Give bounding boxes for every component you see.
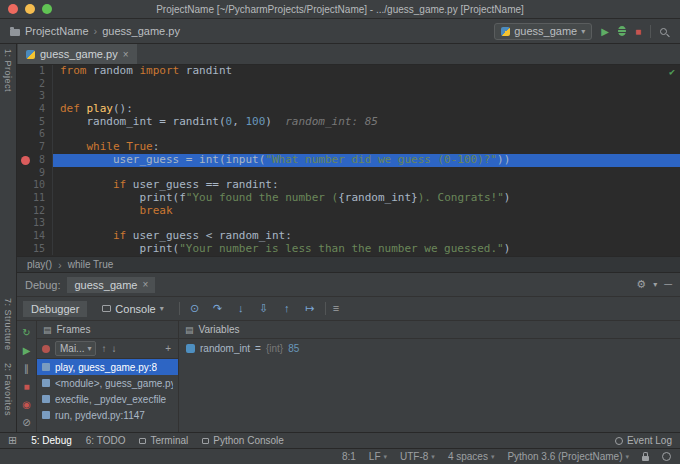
breakpoint-dot[interactable]: [21, 156, 30, 165]
line-separator-selector[interactable]: LF ▾: [369, 451, 387, 462]
thread-selector[interactable]: Mai... ▾: [55, 341, 96, 356]
view-breakpoints-button[interactable]: ◉: [22, 395, 31, 413]
debug-button[interactable]: [618, 26, 626, 36]
variable-row[interactable]: random_int = {int} 85: [186, 343, 673, 354]
toolwindow-button-terminal[interactable]: Terminal: [139, 435, 188, 446]
step-over-button[interactable]: ↷: [210, 303, 226, 314]
add-button[interactable]: +: [165, 343, 173, 354]
gutter-line-5[interactable]: 5: [17, 116, 53, 129]
close-window-button[interactable]: [8, 4, 18, 14]
encoding-selector[interactable]: UTF-8 ▾: [400, 451, 435, 462]
gutter-line-3[interactable]: 3: [17, 90, 53, 103]
frame-icon: [42, 363, 50, 371]
pycharm-window: ProjectName [~/PycharmProjects/ProjectNa…: [0, 0, 680, 464]
hector-inspector-icon[interactable]: [662, 452, 671, 461]
breadcrumb-project[interactable]: ProjectName: [25, 25, 89, 37]
gutter-line-14[interactable]: 14: [17, 230, 53, 243]
chevron-right-icon: ›: [94, 25, 98, 37]
gear-icon[interactable]: ⚙: [636, 279, 646, 290]
code-line-5[interactable]: 5 random_int = randint(0, 100) random_in…: [17, 116, 680, 129]
gutter-line-10[interactable]: 10: [17, 179, 53, 192]
caret-position[interactable]: 8:1: [342, 451, 356, 462]
tab-guess-game[interactable]: guess_game.py ×: [18, 44, 137, 64]
run-configuration-selector[interactable]: guess_game ▾: [494, 23, 592, 40]
toolwindow-button-todo[interactable]: 6: TODO: [86, 435, 126, 446]
run-button[interactable]: ▶: [601, 26, 609, 37]
frame-item[interactable]: play, guess_game.py:8: [37, 359, 178, 375]
titlebar[interactable]: ProjectName [~/PycharmProjects/ProjectNa…: [0, 0, 680, 19]
gutter-line-1[interactable]: 1: [17, 65, 53, 78]
chevron-down-icon: ▾: [431, 453, 435, 461]
tab-debugger[interactable]: Debugger: [23, 301, 87, 317]
search-everywhere-icon[interactable]: [660, 28, 667, 35]
frame-up-button[interactable]: ↑: [101, 343, 106, 354]
lock-icon[interactable]: [642, 456, 649, 461]
code-lines: 1from random import randint234def play()…: [17, 65, 680, 255]
python-config-icon: [501, 27, 510, 36]
gutter-line-11[interactable]: 11: [17, 192, 53, 205]
step-into-button[interactable]: ↓: [233, 303, 249, 314]
rerun-button[interactable]: ↻: [22, 323, 30, 341]
menu-icon[interactable]: ≡: [333, 303, 339, 314]
gutter-line-6[interactable]: 6: [17, 128, 53, 141]
code-line-15[interactable]: 15 print("Your number is less than the n…: [17, 243, 680, 256]
chevron-down-icon: ▾: [384, 453, 388, 461]
code-text: user_guess = int(input("What number did …: [53, 154, 680, 167]
close-icon[interactable]: ×: [142, 279, 148, 290]
debug-session-tab[interactable]: guess_game ×: [67, 277, 155, 293]
frame-down-button[interactable]: ↓: [111, 343, 116, 354]
close-icon[interactable]: ×: [123, 49, 129, 60]
resume-button[interactable]: ▶: [23, 341, 31, 359]
stop-button[interactable]: ■: [635, 26, 641, 37]
chevron-down-icon: ▾: [581, 27, 585, 36]
breadcrumb-file[interactable]: guess_game.py: [102, 25, 180, 37]
sidebar-item-project[interactable]: 1: Project: [3, 49, 13, 92]
gutter-line-9[interactable]: 9: [17, 167, 53, 180]
sidebar-item-favorites[interactable]: 2: Favorites: [3, 363, 13, 416]
variables-panel: ▤ Variables random_int = {int} 85: [179, 321, 680, 432]
step-out-button[interactable]: ↑: [279, 303, 295, 314]
gutter-line-8[interactable]: 8: [17, 154, 53, 167]
pause-button[interactable]: ∥: [24, 359, 29, 377]
toolwindow-button-debug[interactable]: 5: Debug: [31, 435, 72, 446]
frames-panel: ▤ Frames Mai... ▾ ↑ ↓ +: [37, 321, 179, 432]
run-to-cursor-button[interactable]: ↦: [302, 303, 318, 314]
code-line-12[interactable]: 12 break: [17, 205, 680, 218]
indent-selector[interactable]: 4 spaces ▾: [448, 451, 495, 462]
code-editor[interactable]: 1from random import randint234def play()…: [17, 65, 680, 256]
mute-breakpoints-button[interactable]: ⊘: [22, 413, 30, 431]
frame-item[interactable]: run, pydevd.py:1147: [37, 407, 178, 423]
tab-console[interactable]: Console ▾: [94, 301, 171, 317]
toolwindow-switcher-icon[interactable]: ⊞: [8, 435, 17, 446]
gutter-line-12[interactable]: 12: [17, 205, 53, 218]
python-console-icon: [202, 438, 209, 444]
toolwindow-bar-bottom: ⊞ 5: Debug 6: TODO Terminal Python Conso…: [0, 432, 680, 448]
toolwindow-button-python-console[interactable]: Python Console: [202, 435, 284, 446]
stop-debug-button[interactable]: ■: [23, 377, 29, 395]
code-text: [53, 78, 680, 91]
chevron-down-icon: ▾: [87, 344, 91, 353]
code-line-2[interactable]: 2: [17, 78, 680, 91]
gutter-line-13[interactable]: 13: [17, 217, 53, 230]
frame-item[interactable]: execfile, _pydev_execfile: [37, 391, 178, 407]
breadcrumb-block[interactable]: while True: [68, 259, 114, 270]
show-execution-point-button[interactable]: ⊙: [187, 303, 203, 314]
gutter-line-4[interactable]: 4: [17, 103, 53, 116]
event-log-button[interactable]: Event Log: [615, 435, 672, 446]
gutter-line-7[interactable]: 7: [17, 141, 53, 154]
interpreter-selector[interactable]: Python 3.6 (ProjectName) ▾: [507, 451, 629, 462]
gutter-line-2[interactable]: 2: [17, 78, 53, 91]
hide-toolwindow-icon[interactable]: ─: [664, 279, 672, 290]
zoom-window-button[interactable]: [42, 4, 52, 14]
gutter-line-15[interactable]: 15: [17, 243, 53, 256]
debugger-tab-label: Debugger: [31, 303, 79, 315]
code-text: [53, 90, 680, 103]
code-line-8[interactable]: 8 user_guess = int(input("What number di…: [17, 154, 680, 167]
minimize-window-button[interactable]: [25, 4, 35, 14]
frame-item[interactable]: <module>, guess_game.py: [37, 375, 178, 391]
code-text: from random import randint: [53, 65, 680, 78]
force-step-into-button[interactable]: ⇩: [256, 303, 272, 314]
sidebar-item-structure[interactable]: 7: Structure: [3, 298, 13, 351]
breadcrumb-scope[interactable]: play(): [27, 259, 52, 270]
code-line-1[interactable]: 1from random import randint: [17, 65, 680, 78]
